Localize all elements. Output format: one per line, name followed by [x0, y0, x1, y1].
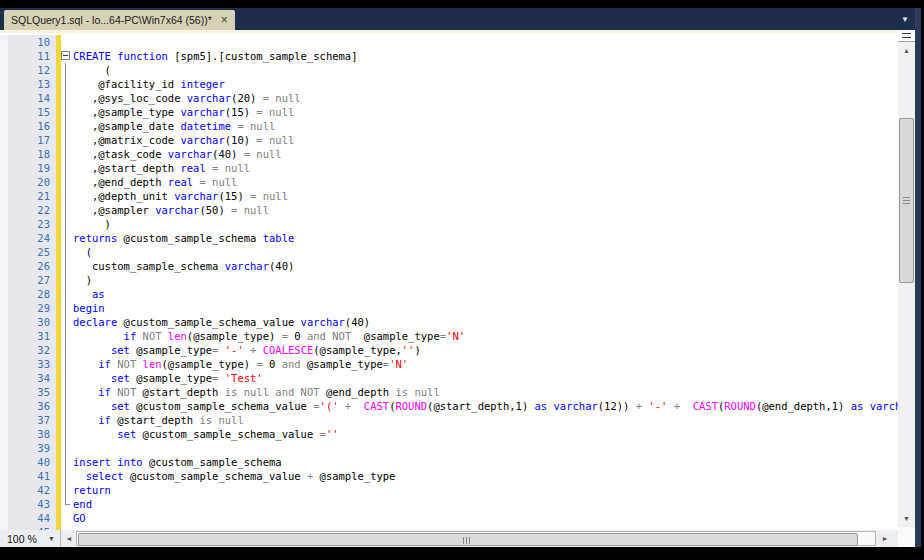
- line-number: 24: [0, 231, 56, 245]
- code-text: [73, 35, 898, 49]
- code-line[interactable]: 14 ,@sys_loc_code varchar(20) = null: [0, 91, 898, 105]
- code-text: custom_sample_schema varchar(40): [73, 259, 898, 273]
- document-tab[interactable]: SQLQuery1.sql - lo...64-PC\Win7x64 (56))…: [4, 10, 235, 30]
- code-text: GO: [73, 511, 898, 525]
- outlining-margin: [61, 427, 73, 441]
- outlining-margin: [61, 91, 73, 105]
- horizontal-scroll-track[interactable]: [76, 531, 876, 546]
- scroll-down-button[interactable]: ▼: [898, 510, 915, 527]
- ssms-window: SQLQuery1.sql - lo...64-PC\Win7x64 (56))…: [0, 0, 924, 560]
- outlining-margin: [61, 231, 73, 245]
- code-text: ,@sys_loc_code varchar(20) = null: [73, 91, 898, 105]
- code-text: ): [73, 273, 898, 287]
- code-text: declare @custom_sample_schema_value varc…: [73, 315, 898, 329]
- code-text: ,@task_code varchar(40) = null: [73, 147, 898, 161]
- code-text: ,@sample_date datetime = null: [73, 119, 898, 133]
- horizontal-scroll-thumb[interactable]: [78, 533, 858, 546]
- code-line[interactable]: 27 ): [0, 273, 898, 287]
- line-number: 20: [0, 175, 56, 189]
- code-line[interactable]: 39: [0, 441, 898, 455]
- code-line[interactable]: 23 ): [0, 217, 898, 231]
- chevron-down-icon: ▼: [48, 535, 60, 542]
- code-line[interactable]: 33 if NOT len(@sample_type) = 0 and @sam…: [0, 357, 898, 371]
- outlining-margin: [61, 441, 73, 455]
- code-text: ,@sample_type varchar(15) = null: [73, 105, 898, 119]
- outlining-margin: [61, 343, 73, 357]
- scroll-up-button[interactable]: ▲: [898, 43, 915, 58]
- code-line[interactable]: 40insert into @custom_sample_schema: [0, 455, 898, 469]
- vertical-scrollbar[interactable]: ▲ ▼: [898, 30, 915, 547]
- scroll-left-button[interactable]: ◄: [62, 530, 76, 547]
- code-text: if NOT len(@sample_type) = 0 and NOT @sa…: [73, 329, 898, 343]
- code-text: insert into @custom_sample_schema: [73, 455, 898, 469]
- code-text: set @sample_type= '-' + COALESCE(@sample…: [73, 343, 898, 357]
- outlining-margin: [61, 483, 73, 497]
- code-line[interactable]: 15 ,@sample_type varchar(15) = null: [0, 105, 898, 119]
- code-line[interactable]: 37 if @start_depth is null: [0, 413, 898, 427]
- code-line[interactable]: 28 as: [0, 287, 898, 301]
- line-number: 38: [0, 427, 56, 441]
- scroll-right-button[interactable]: ►: [878, 530, 892, 547]
- code-line[interactable]: 19 ,@start_depth real = null: [0, 161, 898, 175]
- code-text: set @custom_sample_schema_value ='(' + C…: [73, 399, 898, 413]
- code-line[interactable]: 11CREATE function [spm5].[custom_sample_…: [0, 49, 898, 63]
- code-line[interactable]: 35 if NOT @start_depth is null and NOT @…: [0, 385, 898, 399]
- outlining-margin: [61, 147, 73, 161]
- vertical-scroll-thumb[interactable]: [899, 118, 914, 283]
- code-line[interactable]: 29begin: [0, 301, 898, 315]
- outlining-margin: [61, 455, 73, 469]
- code-line[interactable]: 26 custom_sample_schema varchar(40): [0, 259, 898, 273]
- code-line[interactable]: 13 @facility_id integer: [0, 77, 898, 91]
- code-line[interactable]: 21 ,@depth_unit varchar(15) = null: [0, 189, 898, 203]
- code-line[interactable]: 31 if NOT len(@sample_type) = 0 and NOT …: [0, 329, 898, 343]
- code-text: select @custom_sample_schema_value + @sa…: [73, 469, 898, 483]
- line-number: 19: [0, 161, 56, 175]
- code-line[interactable]: 17 ,@matrix_code varchar(10) = null: [0, 133, 898, 147]
- outlining-margin: [61, 63, 73, 77]
- tab-list-dropdown-icon[interactable]: ▼: [901, 15, 909, 24]
- line-number: 43: [0, 497, 56, 511]
- outlining-margin: [61, 161, 73, 175]
- line-number: 22: [0, 203, 56, 217]
- close-icon[interactable]: ×: [221, 14, 228, 26]
- code-line[interactable]: 25 (: [0, 245, 898, 259]
- code-line[interactable]: 34 set @sample_type= 'Test': [0, 371, 898, 385]
- line-number: 23: [0, 217, 56, 231]
- outlining-margin: [61, 203, 73, 217]
- code-line[interactable]: 24returns @custom_sample_schema table: [0, 231, 898, 245]
- code-line[interactable]: 41 select @custom_sample_schema_value + …: [0, 469, 898, 483]
- code-line[interactable]: 20 ,@end_depth real = null: [0, 175, 898, 189]
- code-line[interactable]: 32 set @sample_type= '-' + COALESCE(@sam…: [0, 343, 898, 357]
- line-number: 32: [0, 343, 56, 357]
- line-number: 33: [0, 357, 56, 371]
- code-text: @facility_id integer: [73, 77, 898, 91]
- code-line[interactable]: 16 ,@sample_date datetime = null: [0, 119, 898, 133]
- code-line[interactable]: 22 ,@sampler varchar(50) = null: [0, 203, 898, 217]
- code-line[interactable]: 12 (: [0, 63, 898, 77]
- outlining-margin: [61, 399, 73, 413]
- editor-zoom-selector[interactable]: 100 % ▼: [0, 530, 61, 547]
- line-number: 41: [0, 469, 56, 483]
- code-line[interactable]: 42return: [0, 483, 898, 497]
- outlining-margin: [61, 105, 73, 119]
- outlining-margin: [61, 245, 73, 259]
- horizontal-scrollbar[interactable]: 100 % ▼ ◄ ►: [0, 530, 898, 547]
- code-line[interactable]: 38 set @custom_sample_schema_value ='': [0, 427, 898, 441]
- outlining-margin: [61, 511, 73, 525]
- line-number: 44: [0, 511, 56, 525]
- code-lines: 1011CREATE function [spm5].[custom_sampl…: [0, 35, 898, 530]
- code-line[interactable]: 43end: [0, 497, 898, 511]
- sql-code-editor[interactable]: 1011CREATE function [spm5].[custom_sampl…: [0, 33, 898, 530]
- code-line[interactable]: 44GO: [0, 511, 898, 525]
- code-line[interactable]: 18 ,@task_code varchar(40) = null: [0, 147, 898, 161]
- code-line[interactable]: 36 set @custom_sample_schema_value ='(' …: [0, 399, 898, 413]
- editor-split-handle[interactable]: [898, 30, 915, 42]
- code-text: if NOT @start_depth is null and NOT @end…: [73, 385, 898, 399]
- code-line[interactable]: 30declare @custom_sample_schema_value va…: [0, 315, 898, 329]
- window-edge-border: [915, 8, 921, 547]
- scroll-thumb-grip-icon: [903, 197, 910, 204]
- code-line[interactable]: 10: [0, 35, 898, 49]
- collapse-toggle-icon[interactable]: [61, 51, 70, 60]
- outlining-margin: [61, 49, 73, 63]
- scrollbar-corner: [898, 527, 915, 547]
